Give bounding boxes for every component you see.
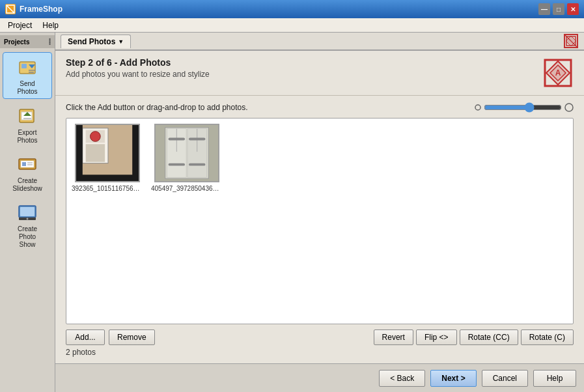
cancel-button[interactable]: Cancel bbox=[482, 370, 528, 387]
maximize-button[interactable]: □ bbox=[553, 3, 564, 15]
export-photos-icon bbox=[16, 104, 39, 128]
frameshop-logo-icon bbox=[563, 33, 579, 49]
menu-project[interactable]: Project bbox=[3, 20, 37, 31]
svg-rect-3 bbox=[21, 64, 27, 68]
add-button[interactable]: Add... bbox=[66, 329, 105, 345]
photo-label-2: 405497_39728504365884... bbox=[151, 185, 223, 192]
revert-button[interactable]: Revert bbox=[374, 329, 413, 345]
photo-grid: 392365_10151167568813... bbox=[66, 118, 574, 324]
photo-item-2[interactable]: 405497_39728504365884... bbox=[151, 124, 223, 192]
svg-rect-14 bbox=[27, 162, 33, 163]
close-button[interactable]: ✕ bbox=[567, 3, 579, 15]
sidebar-dots: ⁞ bbox=[48, 36, 51, 47]
nav-bar: < Back Next > Cancel Help bbox=[55, 363, 584, 392]
sidebar-item-create-slideshow-label: CreateSlideshow bbox=[12, 177, 42, 193]
sidebar-header: Projects ⁞ bbox=[0, 35, 55, 48]
photo-thumb-1 bbox=[75, 124, 140, 182]
app-body: Projects ⁞ SendPhotos bbox=[0, 33, 584, 392]
window-title: FrameShop bbox=[20, 5, 63, 14]
next-button[interactable]: Next > bbox=[430, 370, 476, 387]
svg-point-29 bbox=[565, 104, 573, 111]
content-area: Send Photos ▼ Step 2 of 6 - Add Photos A… bbox=[55, 33, 584, 392]
svg-rect-44 bbox=[169, 137, 185, 140]
svg-point-28 bbox=[475, 105, 480, 110]
step-subtitle: Add photos you want to resize and styliz… bbox=[66, 70, 210, 79]
remove-button[interactable]: Remove bbox=[109, 329, 155, 345]
svg-rect-37 bbox=[76, 175, 139, 181]
sidebar-item-send-photos[interactable]: SendPhotos bbox=[3, 52, 52, 99]
minimize-button[interactable]: — bbox=[538, 3, 550, 15]
sidebar-item-create-photo-show-label: CreatePhotoShow bbox=[18, 225, 37, 249]
svg-rect-15 bbox=[27, 164, 33, 165]
photo-thumb-2 bbox=[154, 124, 219, 182]
photo-label-1: 392365_10151167568813... bbox=[72, 185, 143, 192]
sidebar-item-create-photo-show[interactable]: CreatePhotoShow bbox=[3, 198, 52, 251]
step-header: Step 2 of 6 - Add Photos Add photos you … bbox=[55, 51, 584, 96]
step-logo: A bbox=[542, 57, 574, 89]
back-button[interactable]: < Back bbox=[379, 370, 425, 387]
work-area: Click the Add button or drag-and-drop to… bbox=[55, 96, 584, 363]
rotate-cc-button[interactable]: Rotate (CC) bbox=[460, 329, 518, 345]
tab-label: Send Photos bbox=[68, 37, 115, 46]
svg-rect-36 bbox=[132, 125, 139, 181]
send-photos-icon bbox=[16, 55, 39, 79]
action-buttons-right: Revert Flip <> Rotate (CC) Rotate (C) bbox=[374, 329, 574, 345]
svg-rect-13 bbox=[22, 162, 26, 166]
app-icon bbox=[5, 4, 16, 14]
svg-point-19 bbox=[27, 218, 29, 220]
step-info: Step 2 of 6 - Add Photos Add photos you … bbox=[66, 57, 210, 79]
menu-help[interactable]: Help bbox=[37, 20, 64, 31]
window-title-area: FrameShop bbox=[5, 4, 63, 14]
toolbar-row: Click the Add button or drag-and-drop to… bbox=[66, 102, 574, 113]
zoom-slider[interactable] bbox=[484, 102, 562, 113]
svg-rect-45 bbox=[189, 137, 205, 140]
svg-rect-34 bbox=[86, 144, 105, 161]
menu-bar: Project Help bbox=[0, 18, 584, 33]
sidebar: Projects ⁞ SendPhotos bbox=[0, 33, 55, 392]
rotate-c-button[interactable]: Rotate (C) bbox=[521, 329, 574, 345]
tab-send-photos[interactable]: Send Photos ▼ bbox=[61, 35, 131, 48]
svg-rect-46 bbox=[169, 163, 185, 166]
create-photo-show-icon bbox=[16, 201, 39, 224]
zoom-min-icon bbox=[475, 104, 481, 111]
toolbar-hint: Click the Add button or drag-and-drop to… bbox=[66, 103, 248, 112]
title-bar: FrameShop — □ ✕ bbox=[0, 0, 584, 18]
zoom-slider-container bbox=[475, 102, 574, 113]
photo-item-1[interactable]: 392365_10151167568813... bbox=[72, 124, 143, 192]
sidebar-item-create-slideshow[interactable]: CreateSlideshow bbox=[3, 150, 52, 195]
flip-button[interactable]: Flip <> bbox=[416, 329, 457, 345]
tab-dropdown-icon: ▼ bbox=[118, 38, 124, 45]
action-row: Add... Remove Revert Flip <> Rotate (CC)… bbox=[66, 329, 574, 345]
sidebar-header-label: Projects bbox=[4, 38, 29, 46]
svg-rect-35 bbox=[76, 125, 83, 181]
svg-rect-47 bbox=[189, 163, 205, 166]
svg-text:A: A bbox=[555, 68, 561, 77]
photo-count: 2 photos bbox=[66, 348, 574, 357]
tab-bar: Send Photos ▼ bbox=[55, 33, 584, 51]
svg-line-1 bbox=[7, 5, 14, 13]
svg-rect-17 bbox=[20, 207, 35, 216]
sidebar-item-send-photos-label: SendPhotos bbox=[17, 80, 37, 96]
svg-point-33 bbox=[90, 132, 101, 142]
help-button[interactable]: Help bbox=[533, 370, 576, 387]
sidebar-item-export-photos[interactable]: ExportPhotos bbox=[3, 102, 52, 147]
step-title: Step 2 of 6 - Add Photos bbox=[66, 57, 210, 68]
sidebar-item-export-photos-label: ExportPhotos bbox=[17, 129, 37, 145]
window-controls: — □ ✕ bbox=[538, 3, 579, 15]
zoom-max-icon bbox=[564, 103, 574, 112]
create-slideshow-icon bbox=[16, 152, 39, 176]
